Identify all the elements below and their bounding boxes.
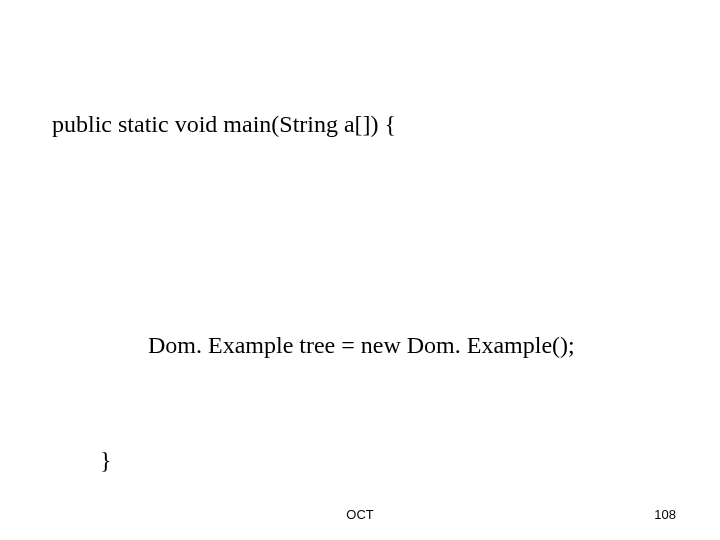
slide-content: public static void main(String a[]) { Do… — [0, 0, 720, 540]
code-line-1: public static void main(String a[]) { — [52, 105, 575, 143]
code-blank-line — [52, 220, 575, 249]
code-line-3: } — [52, 441, 575, 479]
page-number: 108 — [654, 507, 676, 522]
code-line-2: Dom. Example tree = new Dom. Example(); — [52, 326, 575, 364]
code-block: public static void main(String a[]) { Do… — [52, 28, 575, 540]
footer-center-label: OCT — [0, 507, 720, 522]
